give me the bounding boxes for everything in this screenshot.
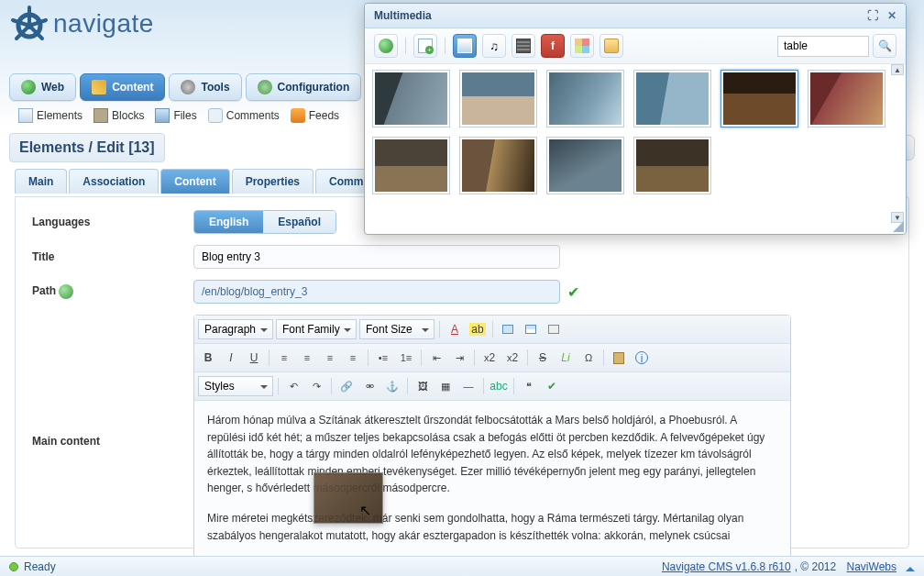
fontsize-select[interactable]: Font Size <box>359 319 434 339</box>
numlist-btn[interactable]: 1≡ <box>396 348 416 368</box>
nav-config-label: Configuration <box>278 81 350 94</box>
tab-content[interactable]: Content <box>160 169 229 194</box>
unlink-btn[interactable]: ⚮ <box>359 376 380 396</box>
content-form: Languages English Español Title Path ✔ M… <box>15 196 909 548</box>
filter-flash-btn[interactable]: f <box>541 34 565 58</box>
tab-properties[interactable]: Properties <box>232 169 314 194</box>
thumb-item[interactable] <box>546 70 624 127</box>
underline-btn[interactable]: U <box>244 348 264 368</box>
sub-btn[interactable]: x2 <box>479 348 500 368</box>
globe-icon <box>379 39 393 53</box>
undo-btn[interactable]: ↶ <box>283 376 303 396</box>
indent-btn[interactable]: ⇥ <box>449 348 469 368</box>
status-dot-icon <box>9 562 18 571</box>
thumb-item[interactable] <box>459 137 537 194</box>
dialog-body[interactable]: ▲ ▼ <box>365 64 906 234</box>
strike-btn[interactable]: S <box>533 348 553 368</box>
film-icon <box>516 39 531 53</box>
bold-btn[interactable]: B <box>198 348 218 368</box>
outdent-btn[interactable]: ⇤ <box>426 348 446 368</box>
page-icon <box>18 108 33 123</box>
italic-btn[interactable]: I <box>221 348 241 368</box>
filter-folder-btn[interactable] <box>600 34 623 58</box>
table-btn[interactable] <box>521 319 541 339</box>
sup-btn[interactable]: x2 <box>502 348 522 368</box>
help-btn[interactable]: i <box>632 348 652 368</box>
lang-english[interactable]: English <box>194 211 263 233</box>
anchor-btn[interactable]: ⚓ <box>382 376 402 396</box>
nav-content-label: Content <box>112 81 153 94</box>
maximize-icon[interactable]: ⛶ <box>867 9 878 22</box>
backcolor-btn[interactable]: ab <box>468 319 488 339</box>
thumb-item[interactable] <box>546 137 624 194</box>
company-link[interactable]: NaviWebs <box>847 560 896 573</box>
italic-icon: I <box>229 351 232 364</box>
format-select[interactable]: Paragraph <box>198 319 273 339</box>
resize-handle[interactable] <box>893 221 904 232</box>
tab-association[interactable]: Association <box>69 169 159 194</box>
subnav-blocks[interactable]: Blocks <box>94 108 144 123</box>
web-source-btn[interactable] <box>374 34 398 58</box>
image-btn[interactable]: 🖼 <box>412 376 433 396</box>
search-button[interactable]: 🔍 <box>873 34 896 58</box>
language-pills: English Español <box>193 210 336 234</box>
fullscreen-btn[interactable] <box>498 319 518 339</box>
subnav-feeds[interactable]: Feeds <box>291 108 339 123</box>
align-left-btn[interactable]: ≡ <box>274 348 294 368</box>
filter-docs-btn[interactable] <box>570 34 594 58</box>
link-btn[interactable]: 🔗 <box>336 376 357 396</box>
spellcheck-btn[interactable]: abc <box>489 376 509 396</box>
align-right-btn[interactable]: ≡ <box>320 348 340 368</box>
version-link[interactable]: Navigate CMS v1.6.8 r610 <box>662 560 791 573</box>
thumb-item[interactable] <box>720 70 798 127</box>
tab-main[interactable]: Main <box>15 169 67 194</box>
blockquote-btn[interactable]: ❝ <box>519 376 539 396</box>
dialog-titlebar[interactable]: Multimedia ⛶ ✕ <box>365 4 906 28</box>
subnav-elements[interactable]: Elements <box>18 108 82 123</box>
charmap-btn[interactable]: Ω <box>578 348 599 368</box>
help-icon: i <box>635 351 648 364</box>
subnav-files[interactable]: Files <box>155 108 196 123</box>
multimedia-dialog: Multimedia ⛶ ✕ + ♫ f 🔍 ▲ ▼ <box>364 3 907 235</box>
media-btn[interactable]: ▦ <box>435 376 456 396</box>
forecolor-btn[interactable]: A <box>445 319 465 339</box>
title-input[interactable] <box>193 245 560 269</box>
lang-spanish[interactable]: Español <box>263 211 336 233</box>
forecolor-icon: A <box>451 323 458 336</box>
fontfamily-select[interactable]: Font Family <box>276 319 357 339</box>
thumb-item[interactable] <box>633 70 711 127</box>
paste-btn[interactable] <box>609 348 629 368</box>
template-btn[interactable] <box>544 319 564 339</box>
nav-content[interactable]: Content <box>80 73 165 101</box>
thumb-item[interactable] <box>372 70 450 127</box>
styles-select[interactable]: Styles <box>198 376 273 396</box>
search-input[interactable] <box>777 36 869 57</box>
scroll-top-icon[interactable] <box>906 562 915 571</box>
removeformat-btn[interactable]: ✔ <box>542 376 562 396</box>
path-label: Path <box>32 284 193 299</box>
thumb-item[interactable] <box>372 137 450 194</box>
hr-btn[interactable]: — <box>458 376 478 396</box>
nav-tools[interactable]: Tools <box>169 73 241 101</box>
nav-config[interactable]: Configuration <box>246 73 362 101</box>
filter-video-btn[interactable] <box>512 34 535 58</box>
nav-web[interactable]: Web <box>9 73 76 101</box>
thumb-item[interactable] <box>633 137 711 194</box>
scroll-up-btn[interactable]: ▲ <box>891 64 904 75</box>
align-justify-btn[interactable]: ≡ <box>343 348 363 368</box>
bullist-btn[interactable]: •≡ <box>373 348 393 368</box>
filter-audio-btn[interactable]: ♫ <box>482 34 506 58</box>
thumb-item[interactable] <box>808 70 886 127</box>
rss-icon <box>291 108 305 123</box>
filter-images-btn[interactable] <box>453 34 477 58</box>
redo-btn[interactable]: ↷ <box>306 376 326 396</box>
subnav-comments[interactable]: Comments <box>208 108 280 123</box>
add-file-btn[interactable]: + <box>413 34 437 58</box>
path-input[interactable] <box>193 280 560 304</box>
align-center-btn[interactable]: ≡ <box>297 348 317 368</box>
close-icon[interactable]: ✕ <box>887 9 896 22</box>
editor-body[interactable]: Három hónap múlva a Szítának átkeresztel… <box>194 401 790 566</box>
fullscreen-icon <box>502 325 513 334</box>
insert-layer-btn[interactable]: Li <box>556 348 576 368</box>
thumb-item[interactable] <box>459 70 537 127</box>
